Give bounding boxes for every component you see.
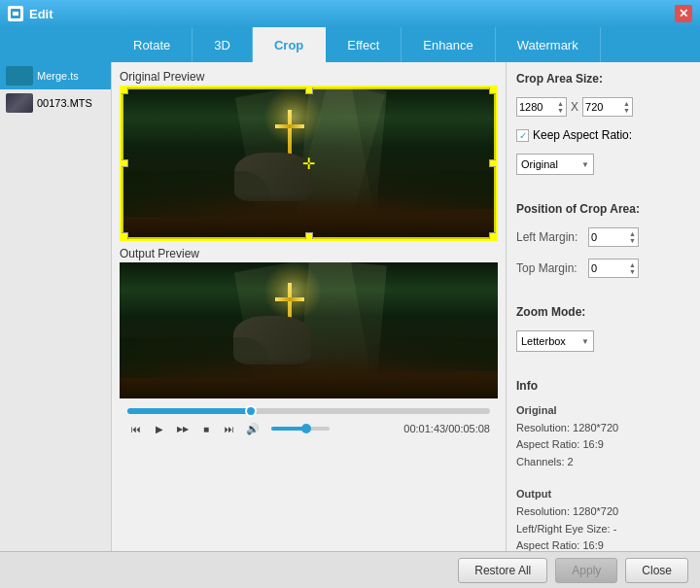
- output-info: Output Resolution: 1280*720 Left/Right E…: [516, 486, 690, 551]
- progress-track[interactable]: [127, 408, 490, 414]
- volume-icon: 🔊: [244, 420, 262, 437]
- info-title: Info: [516, 379, 690, 393]
- skip-back-button[interactable]: ⏮: [127, 420, 145, 437]
- top-margin-label: Top Margin:: [516, 261, 584, 275]
- zoom-dropdown[interactable]: Letterbox ▼: [516, 330, 594, 352]
- aspect-option: Original: [521, 158, 558, 170]
- title-bar: Edit ✕: [0, 0, 700, 27]
- original-preview-section: Original Preview: [120, 70, 498, 241]
- x-separator: X: [571, 100, 578, 114]
- crop-handle-tr[interactable]: [489, 86, 497, 94]
- left-margin-row: Left Margin: 0 ▲▼: [516, 227, 690, 247]
- aspect-dropdown[interactable]: Original ▼: [516, 154, 594, 175]
- crop-crosshair: ✛: [302, 155, 315, 173]
- top-margin-value: 0: [591, 262, 629, 274]
- top-margin-spinbox[interactable]: 0 ▲▼: [588, 259, 639, 278]
- tab-watermark[interactable]: Watermark: [496, 27, 601, 62]
- zoom-dropdown-arrow: ▼: [581, 337, 589, 346]
- keep-aspect-checkbox[interactable]: ✓: [516, 129, 529, 142]
- progress-thumb[interactable]: [245, 405, 257, 417]
- height-value: 720: [585, 101, 623, 113]
- tab-bar: Rotate 3D Crop Effect Enhance Watermark: [0, 27, 700, 62]
- width-spinbox[interactable]: 1280 ▲▼: [516, 97, 567, 117]
- output-glow-effect: [263, 262, 322, 321]
- original-preview-label: Original Preview: [120, 70, 498, 84]
- left-margin-value: 0: [591, 231, 629, 243]
- volume-track[interactable]: [271, 427, 330, 431]
- zoom-mode-title: Zoom Mode:: [516, 305, 690, 319]
- tab-3d[interactable]: 3D: [192, 27, 253, 62]
- skip-forward-button[interactable]: ⏭: [221, 420, 238, 437]
- original-resolution: Resolution: 1280*720: [516, 420, 690, 437]
- video-file-item[interactable]: 00173.MTS: [0, 89, 111, 117]
- original-preview-video: ✛: [120, 86, 498, 241]
- merge-file-item[interactable]: Merge.ts: [0, 62, 111, 89]
- window-title: Edit: [29, 7, 53, 21]
- tab-enhance[interactable]: Enhance: [402, 27, 495, 62]
- main-container: Rotate 3D Crop Effect Enhance Watermark …: [0, 27, 700, 588]
- zoom-option: Letterbox: [521, 335, 566, 347]
- stop-button[interactable]: ■: [197, 420, 215, 437]
- output-resolution: Resolution: 1280*720: [516, 503, 690, 521]
- video-thumb: [6, 93, 33, 113]
- left-margin-label: Left Margin:: [516, 230, 584, 244]
- time-display: 00:01:43/00:05:08: [403, 423, 490, 434]
- video-label: 00173.MTS: [37, 97, 92, 109]
- crop-size-row: 1280 ▲▼ X 720 ▲▼: [516, 97, 690, 117]
- playback-bar: ⏮ ▶ ▶▶ ■ ⏭ 🔊 00:01:43/00:05:08: [120, 404, 498, 443]
- top-margin-arrows[interactable]: ▲▼: [629, 261, 636, 275]
- merge-label: Merge.ts: [37, 70, 79, 82]
- controls-row: ⏮ ▶ ▶▶ ■ ⏭ 🔊 00:01:43/00:05:08: [127, 420, 490, 437]
- zoom-dropdown-row: Letterbox ▼: [516, 330, 690, 352]
- aspect-dropdown-arrow: ▼: [581, 160, 589, 169]
- content-area: Merge.ts 00173.MTS Original Preview: [0, 62, 700, 551]
- left-margin-arrows[interactable]: ▲▼: [629, 230, 636, 244]
- keep-aspect-row: ✓ Keep Aspect Ratio:: [516, 128, 690, 142]
- glow-effect: [263, 87, 322, 146]
- output-preview-section: Output Preview: [120, 247, 498, 398]
- height-spinbox[interactable]: 720 ▲▼: [582, 97, 633, 117]
- crop-handle-tl[interactable]: [121, 86, 128, 94]
- crop-handle-bl[interactable]: [121, 232, 128, 240]
- crop-handle-mr[interactable]: [489, 159, 497, 167]
- bottom-bar: Restore All Apply Close: [0, 551, 700, 588]
- width-value: 1280: [519, 101, 557, 113]
- next-frame-button[interactable]: ▶▶: [174, 420, 192, 437]
- output-info-title: Output: [516, 486, 690, 503]
- aspect-dropdown-row: Original ▼: [516, 154, 690, 175]
- sword-shape: [288, 110, 292, 158]
- restore-all-button[interactable]: Restore All: [458, 558, 547, 583]
- left-margin-spinbox[interactable]: 0 ▲▼: [588, 227, 639, 247]
- crop-handle-bm[interactable]: [305, 232, 313, 240]
- width-arrows[interactable]: ▲▼: [557, 100, 564, 114]
- original-channels: Channels: 2: [516, 454, 690, 471]
- original-info: Original Resolution: 1280*720 Aspect Rat…: [516, 402, 690, 470]
- progress-fill: [127, 408, 251, 414]
- play-button[interactable]: ▶: [151, 420, 168, 437]
- height-arrows[interactable]: ▲▼: [623, 100, 630, 114]
- keep-aspect-label: Keep Aspect Ratio:: [533, 128, 632, 142]
- volume-thumb[interactable]: [301, 424, 311, 433]
- close-window-button[interactable]: ✕: [675, 5, 692, 22]
- tab-crop[interactable]: Crop: [253, 27, 326, 62]
- tab-rotate[interactable]: Rotate: [112, 27, 192, 62]
- output-aspect: Aspect Ratio: 16:9: [516, 537, 690, 551]
- output-eye-size: Left/Right Eye Size: -: [516, 521, 690, 538]
- crop-handle-tm[interactable]: [305, 86, 313, 94]
- original-info-title: Original: [516, 402, 690, 420]
- svg-rect-1: [13, 12, 18, 16]
- original-aspect: Aspect Ratio: 16:9: [516, 436, 690, 454]
- tab-effect[interactable]: Effect: [326, 27, 402, 62]
- crop-area-size-title: Crop Area Size:: [516, 72, 690, 86]
- apply-button[interactable]: Apply: [555, 558, 617, 583]
- merge-thumb: [6, 66, 33, 86]
- close-button[interactable]: Close: [625, 558, 688, 583]
- app-icon: [8, 6, 23, 21]
- preview-area: Original Preview: [112, 62, 506, 551]
- top-margin-row: Top Margin: 0 ▲▼: [516, 259, 690, 278]
- crop-handle-ml[interactable]: [121, 159, 128, 167]
- crop-handle-br[interactable]: [489, 232, 497, 240]
- right-panel: Crop Area Size: 1280 ▲▼ X 720 ▲▼ ✓ Keep …: [506, 62, 700, 551]
- output-preview-label: Output Preview: [120, 247, 498, 260]
- output-preview-video: [120, 262, 498, 398]
